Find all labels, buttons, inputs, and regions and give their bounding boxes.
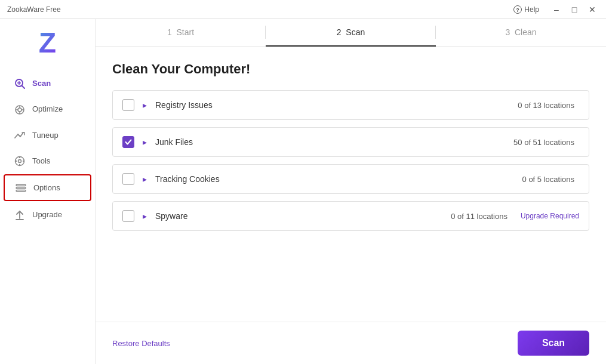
checkbox-cookies[interactable]	[122, 173, 134, 185]
sidebar-item-tuneup[interactable]: Tuneup	[4, 123, 91, 147]
help-icon: ?	[513, 5, 522, 14]
svg-text:?: ?	[516, 7, 520, 13]
sidebar-optimize-label: Optimize	[32, 104, 63, 113]
count-cookies: 0 of 5 locations	[522, 175, 574, 184]
chevron-spyware[interactable]: ▸	[143, 211, 147, 221]
help-button[interactable]: ? Help	[513, 5, 539, 14]
label-registry: Registry Issues	[155, 100, 509, 110]
sidebar-item-optimize[interactable]: Optimize	[4, 97, 91, 121]
scan-icon	[13, 77, 26, 90]
app-name: ZookaWare Free	[7, 5, 61, 14]
tab-clean[interactable]: 3 Clean	[436, 19, 606, 47]
upgrade-required-link[interactable]: Upgrade Required	[521, 212, 579, 220]
label-cookies: Tracking Cookies	[155, 174, 514, 184]
sidebar-nav: Scan Optimize	[0, 70, 95, 228]
restore-defaults-button[interactable]: Restore Defaults	[112, 339, 170, 348]
title-bar: ZookaWare Free ? Help – □ ✕	[0, 0, 606, 19]
sidebar-scan-label: Scan	[32, 79, 51, 88]
close-button[interactable]: ✕	[586, 3, 599, 16]
svg-point-7	[18, 108, 21, 112]
svg-rect-19	[16, 187, 26, 189]
tools-icon	[13, 155, 26, 167]
step3-number: 3	[505, 27, 510, 37]
svg-point-13	[19, 160, 21, 163]
scan-item-cookies: ▸ Tracking Cookies 0 of 5 locations	[112, 164, 589, 194]
label-spyware: Spyware	[155, 211, 442, 221]
sidebar-upgrade-label: Upgrade	[32, 210, 62, 219]
chevron-registry[interactable]: ▸	[143, 100, 147, 110]
step1-number: 1	[167, 27, 172, 37]
tab-scan[interactable]: 2 Scan	[266, 19, 436, 47]
tab-start[interactable]: 1 Start	[96, 19, 266, 47]
z-logo-icon: Z	[39, 29, 56, 57]
svg-line-3	[22, 86, 25, 89]
scan-button[interactable]: Scan	[518, 331, 589, 356]
checkmark-icon	[125, 138, 132, 146]
step3-label: Clean	[515, 27, 537, 37]
sidebar-item-options[interactable]: Options	[4, 174, 91, 201]
sidebar-options-label: Options	[33, 183, 60, 192]
maximize-button[interactable]: □	[568, 3, 581, 16]
title-bar-controls: ? Help – □ ✕	[513, 3, 599, 16]
sidebar-tuneup-label: Tuneup	[32, 131, 59, 140]
minimize-button[interactable]: –	[550, 3, 563, 16]
scan-item-registry: ▸ Registry Issues 0 of 13 locations	[112, 90, 589, 120]
optimize-icon	[13, 103, 26, 115]
sidebar-item-upgrade[interactable]: Upgrade	[4, 202, 91, 227]
sidebar-tools-label: Tools	[32, 156, 50, 165]
tuneup-icon	[13, 129, 26, 141]
scan-item-junk: ▸ Junk Files 50 of 51 locations	[112, 127, 589, 157]
step1-label: Start	[177, 27, 195, 37]
upgrade-icon	[13, 208, 26, 221]
chevron-junk[interactable]: ▸	[143, 137, 147, 147]
content-area: 1 Start 2 Scan 3 Clean Clean Your Comput…	[96, 19, 606, 364]
count-spyware: 0 of 11 locations	[451, 212, 507, 221]
footer-area: Restore Defaults Scan	[96, 322, 606, 364]
step2-number: 2	[337, 27, 342, 37]
sidebar-item-tools[interactable]: Tools	[4, 149, 91, 173]
sidebar-item-scan[interactable]: Scan	[4, 71, 91, 95]
chevron-cookies[interactable]: ▸	[143, 174, 147, 184]
count-registry: 0 of 13 locations	[518, 101, 574, 110]
app-logo: Z	[30, 25, 66, 61]
page-title: Clean Your Computer!	[112, 61, 589, 77]
help-label: Help	[524, 5, 539, 14]
page-content: Clean Your Computer! ▸ Registry Issues 0…	[96, 47, 606, 322]
sidebar: Z Scan	[0, 19, 96, 364]
checkbox-junk[interactable]	[122, 136, 134, 148]
steps-bar: 1 Start 2 Scan 3 Clean	[96, 19, 606, 47]
checkbox-registry[interactable]	[122, 99, 134, 111]
checkbox-spyware[interactable]	[122, 210, 134, 222]
main-layout: Z Scan	[0, 19, 606, 364]
options-icon	[14, 181, 27, 194]
svg-rect-18	[16, 184, 26, 186]
scan-item-spyware: ▸ Spyware 0 of 11 locations Upgrade Requ…	[112, 201, 589, 231]
svg-rect-20	[16, 190, 26, 192]
count-junk: 50 of 51 locations	[513, 138, 574, 147]
label-junk: Junk Files	[155, 137, 505, 147]
title-bar-left: ZookaWare Free	[7, 5, 61, 14]
step2-label: Scan	[346, 27, 365, 37]
